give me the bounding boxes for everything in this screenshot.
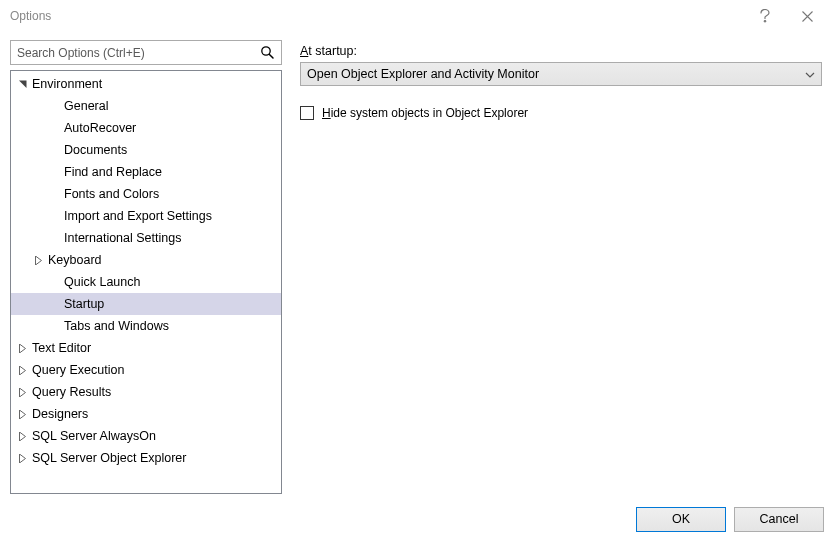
- hide-system-row[interactable]: Hide system objects in Object Explorer: [300, 106, 822, 120]
- tree-item-label: Find and Replace: [62, 165, 162, 179]
- tree-item-label: Startup: [62, 297, 104, 311]
- expand-icon[interactable]: [15, 344, 30, 353]
- tree-item[interactable]: Environment: [11, 73, 281, 95]
- content-panel: EnvironmentGeneralAutoRecoverDocumentsFi…: [0, 32, 836, 494]
- help-button[interactable]: [744, 2, 786, 30]
- tree-item-label: Query Execution: [30, 363, 124, 377]
- collapse-icon[interactable]: [15, 80, 30, 89]
- tree-item-label: Tabs and Windows: [62, 319, 169, 333]
- dialog-footer: OK Cancel: [0, 494, 836, 544]
- tree-item[interactable]: Find and Replace: [11, 161, 281, 183]
- expand-icon[interactable]: [15, 410, 30, 419]
- startup-combo-value: Open Object Explorer and Activity Monito…: [307, 67, 539, 81]
- tree-item[interactable]: SQL Server AlwaysOn: [11, 425, 281, 447]
- tree-item-label: Query Results: [30, 385, 111, 399]
- svg-point-0: [764, 20, 766, 22]
- expand-icon[interactable]: [31, 256, 46, 265]
- tree-item-label: Text Editor: [30, 341, 91, 355]
- right-pane: At startup: Open Object Explorer and Act…: [282, 40, 826, 494]
- tree-item-label: International Settings: [62, 231, 181, 245]
- tree-item-label: Fonts and Colors: [62, 187, 159, 201]
- tree-item[interactable]: Query Results: [11, 381, 281, 403]
- cancel-button[interactable]: Cancel: [734, 507, 824, 532]
- tree-item[interactable]: SQL Server Object Explorer: [11, 447, 281, 469]
- tree-item[interactable]: Startup: [11, 293, 281, 315]
- tree-item[interactable]: Keyboard: [11, 249, 281, 271]
- search-input[interactable]: [17, 46, 255, 60]
- tree-item-label: Environment: [30, 77, 102, 91]
- tree-item[interactable]: Import and Export Settings: [11, 205, 281, 227]
- tree-item-label: AutoRecover: [62, 121, 136, 135]
- ok-button[interactable]: OK: [636, 507, 726, 532]
- titlebar: Options: [0, 0, 836, 32]
- expand-icon[interactable]: [15, 388, 30, 397]
- tree-item[interactable]: Documents: [11, 139, 281, 161]
- expand-icon[interactable]: [15, 454, 30, 463]
- tree-item-label: SQL Server AlwaysOn: [30, 429, 156, 443]
- search-icon: [260, 45, 275, 63]
- expand-icon[interactable]: [15, 366, 30, 375]
- tree-item[interactable]: AutoRecover: [11, 117, 281, 139]
- tree-item-label: Quick Launch: [62, 275, 140, 289]
- options-tree[interactable]: EnvironmentGeneralAutoRecoverDocumentsFi…: [10, 70, 282, 494]
- hide-system-checkbox[interactable]: [300, 106, 314, 120]
- hide-system-label: Hide system objects in Object Explorer: [322, 106, 528, 120]
- tree-item-label: SQL Server Object Explorer: [30, 451, 186, 465]
- tree-item-label: Documents: [62, 143, 127, 157]
- chevron-down-icon: [805, 67, 815, 81]
- window-title: Options: [10, 9, 744, 23]
- left-pane: EnvironmentGeneralAutoRecoverDocumentsFi…: [10, 40, 282, 494]
- tree-item[interactable]: International Settings: [11, 227, 281, 249]
- tree-item-label: Import and Export Settings: [62, 209, 212, 223]
- tree-item[interactable]: Query Execution: [11, 359, 281, 381]
- search-input-wrap[interactable]: [10, 40, 282, 65]
- tree-item-label: General: [62, 99, 108, 113]
- startup-label: At startup:: [300, 44, 822, 58]
- expand-icon[interactable]: [15, 432, 30, 441]
- tree-item[interactable]: Quick Launch: [11, 271, 281, 293]
- tree-item[interactable]: Fonts and Colors: [11, 183, 281, 205]
- tree-item-label: Designers: [30, 407, 88, 421]
- tree-item[interactable]: Text Editor: [11, 337, 281, 359]
- tree-item[interactable]: General: [11, 95, 281, 117]
- close-button[interactable]: [786, 2, 828, 30]
- tree-item[interactable]: Designers: [11, 403, 281, 425]
- tree-item-label: Keyboard: [46, 253, 102, 267]
- startup-combo[interactable]: Open Object Explorer and Activity Monito…: [300, 62, 822, 86]
- tree-item[interactable]: Tabs and Windows: [11, 315, 281, 337]
